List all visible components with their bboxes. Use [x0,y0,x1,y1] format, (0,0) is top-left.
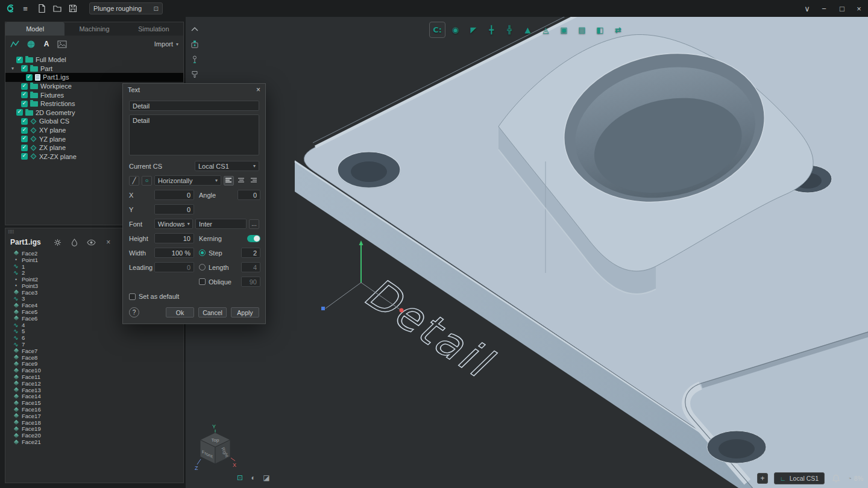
move-tool-button[interactable]: ╋ [483,22,500,38]
draw-line-button[interactable]: ╱ [129,176,139,186]
x-input[interactable] [154,190,194,200]
step-input[interactable] [241,248,260,258]
settings-button[interactable] [53,237,63,247]
align-right-button[interactable] [249,176,259,186]
tool-cone-button[interactable]: ▲ [520,22,536,38]
angle-input[interactable] [237,190,260,200]
stock-button[interactable]: ▤ [574,22,590,38]
workpiece-setup-button[interactable] [187,67,202,81]
font-name-input[interactable] [195,219,247,229]
collapse-window-button[interactable]: ∨ [802,3,813,14]
fit-view-button[interactable]: ⊡ [234,472,245,483]
visibility-checkbox[interactable] [21,127,28,134]
view-cube[interactable]: Y Top Front Right Z X [193,422,239,476]
font-family-select[interactable]: Windows ▾ [154,219,193,229]
visibility-button[interactable] [87,237,96,247]
length-input[interactable] [241,262,260,272]
maximize-button[interactable]: □ [837,3,848,14]
visibility-checkbox[interactable] [16,109,23,116]
geometry-list-item[interactable]: Face17 [13,413,183,419]
step-radio[interactable] [199,249,206,256]
ok-button[interactable]: Ok [166,307,194,318]
shading-mode-button[interactable]: ◐ [248,472,259,483]
geometry-list-item[interactable]: Face20 [13,432,183,439]
render-mode-button[interactable]: ◪ [261,472,272,483]
geometry-list-item[interactable]: Face9 [13,361,183,368]
coordinate-system-tool-button[interactable]: C: [429,22,445,38]
import-button[interactable]: Import ▾ [154,40,178,48]
image-tool-button[interactable] [57,39,67,49]
geometry-list-item[interactable]: Face16 [13,406,183,413]
dialog-titlebar[interactable]: Text × [123,84,265,96]
text-tool-button[interactable]: A [42,39,51,49]
geometry-list-item[interactable]: Face13 [13,387,183,393]
width-input[interactable] [154,248,194,258]
tree-item[interactable]: ▾ Part [5,64,183,74]
visibility-checkbox[interactable] [21,136,28,142]
cancel-button[interactable]: Cancel [198,307,227,318]
collapse-toolbar-button[interactable] [187,22,202,36]
geometry-list-item[interactable]: Face18 [13,419,183,426]
color-button[interactable] [70,237,80,247]
geometry-list-item[interactable]: 5 [13,328,183,335]
tab-simulation[interactable]: Simulation [124,22,183,36]
draw-circle-button[interactable]: ○ [142,176,152,186]
align-left-button[interactable] [224,176,234,186]
tab-machining[interactable]: Machining [64,22,124,36]
current-cs-select[interactable]: Local CS1 ▾ [195,161,259,171]
visibility-checkbox[interactable] [21,92,28,98]
tool-holder-button[interactable]: ◬ [538,22,554,38]
y-input[interactable] [154,204,194,214]
length-radio[interactable] [199,264,206,271]
text-input[interactable] [129,101,259,111]
font-browse-button[interactable]: ... [249,219,259,229]
workpiece-tool-button[interactable]: ◉ [447,22,464,38]
kerning-toggle[interactable] [247,235,260,242]
text-body-input[interactable]: Detail [129,114,259,155]
geometry-list-item[interactable]: Face15 [13,399,183,406]
save-button[interactable] [68,3,78,14]
geometry-list-item[interactable]: Face19 [13,426,183,433]
visibility-checkbox[interactable] [21,153,28,160]
geometry-list-item[interactable]: Face21 [13,439,183,445]
visibility-checkbox[interactable] [21,65,28,72]
visibility-checkbox[interactable] [21,101,28,107]
visibility-checkbox[interactable] [21,118,28,125]
snap-tool-button[interactable]: ╬ [502,22,518,38]
align-center-button[interactable] [236,176,247,186]
tab-model[interactable]: Model [5,22,64,36]
surface-tool-button[interactable] [26,39,36,49]
machine-button[interactable] [187,37,202,51]
geometry-list-item[interactable]: Face12 [13,380,183,387]
visibility-checkbox[interactable] [26,74,33,81]
geometry-list-item[interactable]: 6 [13,334,183,341]
operation-selector[interactable]: Plunge roughing ⊡ [89,2,163,14]
height-input[interactable] [154,233,194,243]
tool-button[interactable] [187,52,202,66]
notifications-button[interactable] [831,473,841,484]
oblique-input[interactable] [241,277,260,287]
visibility-checkbox[interactable] [21,83,28,90]
direction-select[interactable]: Horizontally ▾ [154,175,221,186]
geometry-list-item[interactable]: Face11 [13,374,183,380]
set-default-checkbox[interactable] [129,293,136,300]
local-cs-button[interactable]: ∟ Local CS1 [774,472,825,484]
apply-button[interactable]: Apply [231,307,259,318]
transform-button[interactable]: ⇄ [610,22,626,38]
tree-item[interactable]: Full Model [5,55,183,64]
open-file-button[interactable] [52,3,63,14]
geometry-list-item[interactable]: Face8 [13,354,183,361]
viewport-3d[interactable]: Detail [186,17,868,488]
main-menu-button[interactable]: ≡ [20,3,31,14]
leading-input[interactable] [154,262,194,272]
help-button[interactable]: ? [129,307,139,318]
solid-model-button[interactable]: ◧ [592,22,608,38]
expander-icon[interactable]: ▾ [11,66,19,71]
geometry-list-item[interactable]: 7 [13,341,183,348]
tree-item[interactable]: Part1.igs [5,73,183,82]
new-file-button[interactable] [36,3,47,14]
sketch-tool-button[interactable] [10,39,20,49]
visibility-checkbox[interactable] [16,57,23,63]
add-cs-button[interactable]: + [757,473,768,484]
geometry-list-item[interactable]: Face10 [13,367,183,374]
